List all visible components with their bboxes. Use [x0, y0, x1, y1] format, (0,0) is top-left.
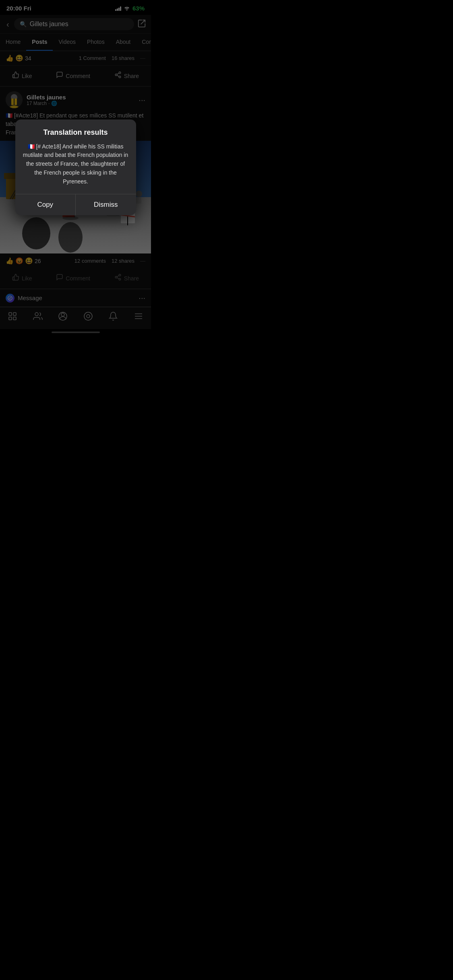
modal-content: Translation results 🇫🇷 [# Acte18] And wh…: [15, 119, 136, 194]
dismiss-button[interactable]: Dismiss: [76, 194, 136, 215]
modal-body: 🇫🇷 [# Acte18] And while his SS militias …: [23, 142, 129, 186]
translation-modal: Translation results 🇫🇷 [# Acte18] And wh…: [15, 119, 136, 215]
copy-button[interactable]: Copy: [15, 194, 76, 215]
modal-body-text: [# Acte18] And while his SS militias mut…: [23, 143, 128, 185]
modal-title: Translation results: [23, 128, 129, 137]
modal-flag: 🇫🇷: [28, 143, 35, 150]
modal-actions: Copy Dismiss: [15, 194, 136, 215]
modal-overlay: Translation results 🇫🇷 [# Acte18] And wh…: [0, 0, 151, 335]
